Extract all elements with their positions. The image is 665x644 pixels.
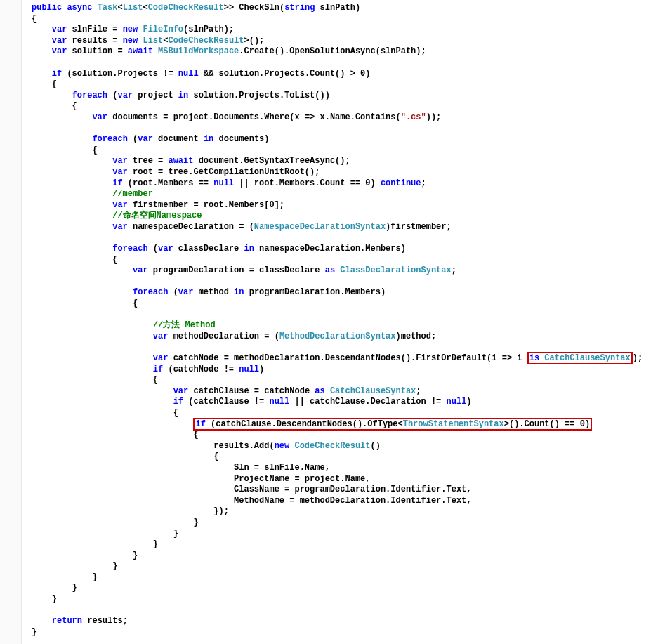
code-line: { — [32, 79, 658, 91]
code-line: ProjectName = project.Name, — [32, 474, 658, 485]
code-line: } — [32, 583, 658, 594]
highlight-box-1: is CatchClauseSyntax — [527, 352, 633, 364]
code-line: { — [32, 255, 658, 266]
code-line: public async Task<List<CodeCheckResult>>… — [32, 3, 658, 14]
code-line: foreach (var project in solution.Project… — [32, 91, 658, 102]
code-line: var slnFile = new FileInfo(slnPath); — [32, 25, 658, 36]
code-line: }); — [32, 506, 658, 518]
code-line: //member — [32, 189, 658, 200]
code-line: foreach (var document in documents) — [32, 134, 658, 145]
code-line: if (catchNode != null) — [32, 364, 658, 376]
code-line: } — [32, 627, 658, 638]
code-line — [32, 124, 658, 135]
code-line: var tree = await document.GetSyntaxTreeA… — [32, 156, 658, 167]
code-line: if (catchClause.DescendantNodes().OfType… — [32, 419, 658, 431]
code-line: { — [32, 430, 658, 441]
code-line: //方法 Method — [32, 320, 658, 331]
code-line: var catchClause = catchNode as CatchClau… — [32, 386, 658, 397]
gutter — [0, 0, 22, 644]
code-line: var programDeclaration = classDeclare as… — [32, 265, 658, 277]
code-line: { — [32, 101, 658, 112]
code-line — [32, 58, 658, 69]
code-line: var methodDeclaration = (MethodDeclarati… — [32, 331, 658, 343]
code-line: if (catchClause != null || catchClause.D… — [32, 397, 658, 408]
code-line: { — [32, 145, 658, 157]
code-editor: public async Task<List<CodeCheckResult>>… — [0, 0, 665, 644]
code-line: { — [32, 452, 658, 463]
code-line: Sln = slnFile.Name, — [32, 463, 658, 474]
code-line: { — [32, 14, 658, 25]
code-line: { — [32, 375, 658, 386]
code-line: foreach (var classDeclare in namespaceDe… — [32, 244, 658, 255]
code-line: var root = tree.GetCompilationUnitRoot()… — [32, 167, 658, 178]
code-line: var results = new List<CodeCheckResult>(… — [32, 36, 658, 47]
code-line: var solution = await MSBuildWorkspace.Cr… — [32, 46, 658, 58]
code-line: var namespaceDeclaration = (NamespaceDec… — [32, 222, 658, 233]
code-line: } — [32, 539, 658, 551]
code-line: foreach (var method in programDeclaratio… — [32, 287, 658, 298]
code-line — [32, 310, 658, 321]
code-line: ClassName = programDeclaration.Identifie… — [32, 485, 658, 496]
code-line: var firstmember = root.Members[0]; — [32, 200, 658, 211]
code-line — [32, 277, 658, 288]
code-line: if (root.Members == null || root.Members… — [32, 178, 658, 190]
code-line: MethodName = methodDeclaration.Identifie… — [32, 496, 658, 507]
code-line: var documents = project.Documents.Where(… — [32, 112, 658, 124]
code-line: } — [15, 638, 658, 644]
code-line: if (solution.Projects != null && solutio… — [32, 69, 658, 80]
code-line: } — [32, 518, 658, 529]
highlight-box-2: if (catchClause.DescendantNodes().OfType… — [193, 418, 592, 431]
code-line: return results; — [32, 616, 658, 627]
code-line: } — [32, 572, 658, 584]
code-line: } — [32, 551, 658, 562]
code-line: } — [32, 594, 658, 605]
code-line: var catchNode = methodDeclaration.Descen… — [32, 353, 658, 364]
code-line: } — [32, 561, 658, 572]
code-line — [32, 605, 658, 617]
code-line: } — [32, 529, 658, 540]
code-line — [32, 232, 658, 244]
code-line: results.Add(new CodeCheckResult() — [32, 441, 658, 452]
code-line: { — [32, 298, 658, 310]
code-line: //命名空间Namespace — [32, 211, 658, 222]
